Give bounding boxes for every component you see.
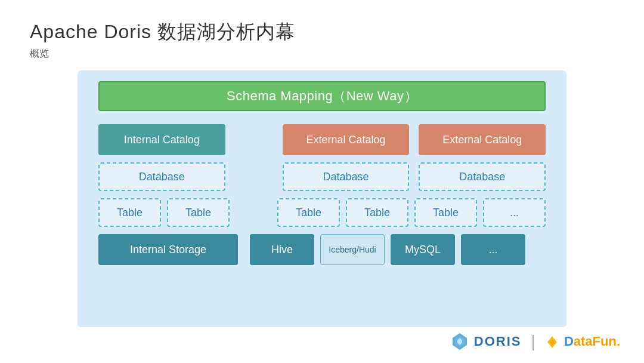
schema-bar: Schema Mapping（New Way）: [98, 81, 546, 111]
databases-row: Database Database Database: [98, 162, 546, 191]
tables-row: Table Table Table Table Table ...: [98, 198, 546, 227]
internal-catalog: Internal Catalog: [98, 124, 225, 155]
database-3: Database: [419, 162, 546, 191]
table-dots-1: ...: [483, 198, 546, 227]
doris-diamond-icon: [450, 332, 469, 351]
external-catalog-1: External Catalog: [283, 124, 410, 155]
page-title: Apache Doris 数据湖分析内幕: [30, 19, 295, 45]
internal-storage: Internal Storage: [98, 234, 238, 265]
table-5: Table: [414, 198, 477, 227]
datafun-icon: [545, 335, 559, 349]
external-catalog-2: External Catalog: [419, 124, 546, 155]
iceberg-storage: Iceberg/Hudi: [320, 234, 385, 265]
table-2: Table: [167, 198, 230, 227]
hive-storage: Hive: [250, 234, 314, 265]
database-1: Database: [98, 162, 225, 191]
schema-bar-label: Schema Mapping（New Way）: [227, 87, 417, 105]
logo-area: DORIS | DataFun.: [450, 332, 620, 351]
doris-text: DORIS: [474, 334, 522, 349]
main-diagram: Schema Mapping（New Way） Internal Catalog…: [78, 70, 566, 327]
catalogs-row: Internal Catalog External Catalog Extern…: [98, 124, 546, 155]
page-subtitle: 概览: [30, 48, 49, 60]
mysql-storage: MySQL: [391, 234, 455, 265]
storage-dots: ...: [461, 234, 525, 265]
storage-row: Internal Storage Hive Iceberg/Hudi MySQL…: [98, 234, 546, 265]
database-2: Database: [283, 162, 410, 191]
datafun-logo: DataFun.: [545, 334, 620, 349]
doris-logo: DORIS: [450, 332, 522, 351]
table-3: Table: [277, 198, 340, 227]
table-1: Table: [98, 198, 161, 227]
table-4: Table: [346, 198, 408, 227]
logo-divider: |: [531, 332, 535, 351]
